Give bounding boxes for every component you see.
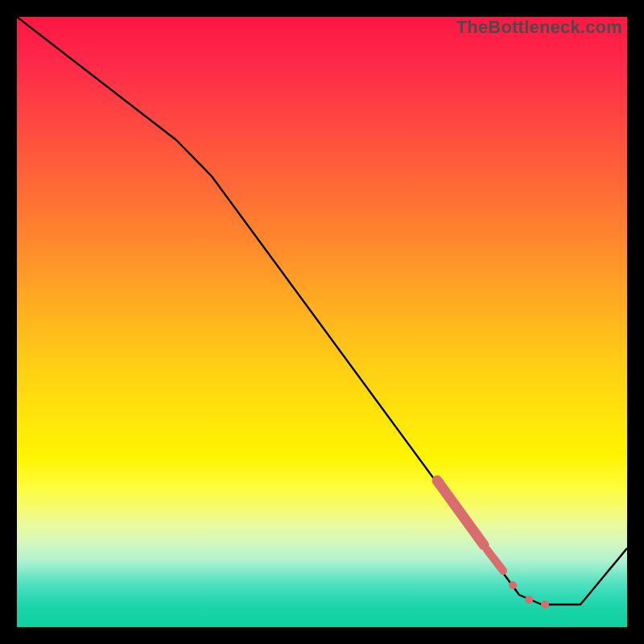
highlight-segment [487,550,503,571]
highlight-segment [437,481,484,545]
chart-svg [17,17,627,627]
highlight-point [525,596,533,604]
highlight-point [541,601,549,609]
chart-frame: TheBottleneck.com [0,0,644,644]
curve-line [17,17,627,605]
plot-area: TheBottleneck.com [17,17,627,627]
highlight-point [509,581,517,589]
